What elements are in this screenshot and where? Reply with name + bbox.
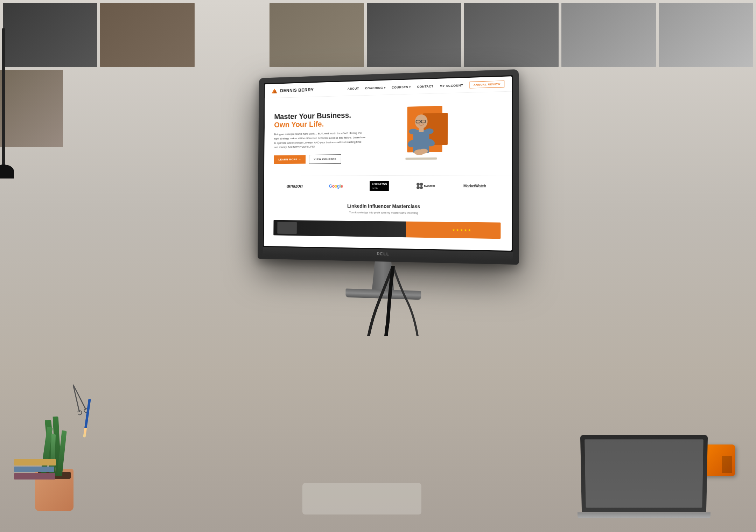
hero-title-line2: Own Your Life. — [274, 120, 324, 129]
view-courses-button[interactable]: VIEW COURSES — [309, 155, 341, 164]
photo-5 — [464, 3, 559, 67]
scene: DENNIS BERRY ABOUT COACHING COURSES CONT… — [0, 0, 756, 532]
section-title: LinkedIn Influencer Masterclass — [274, 203, 501, 210]
course-preview-orange: ★★★★★ — [424, 227, 500, 232]
course-thumbnail — [277, 222, 297, 234]
svg-rect-15 — [419, 128, 424, 132]
hero-title: Master Your Business. Own Your Life. — [274, 110, 380, 129]
course-preview-dark — [273, 220, 424, 238]
nav-about[interactable]: ABOUT — [348, 86, 359, 90]
photo-2 — [100, 3, 195, 67]
linkedin-section: LinkedIn Influencer Masterclass Turn kno… — [264, 196, 512, 219]
svg-rect-18 — [405, 158, 437, 160]
logos-section: amazon Google FOX NEWS media — [264, 175, 512, 197]
course-stars: ★★★★★ — [452, 228, 472, 232]
hero-section: Master Your Business. Own Your Life. Bei… — [264, 92, 512, 176]
nav-contact[interactable]: CONTACT — [417, 84, 434, 88]
photo-wall — [0, 0, 756, 70]
cables — [358, 266, 428, 337]
course-preview: ★★★★★ — [273, 220, 500, 239]
nav-links: ABOUT COACHING COURSES CONTACT MY ACCOUN… — [348, 80, 505, 92]
photo-3 — [270, 3, 364, 67]
keyboard — [302, 483, 421, 514]
logo-area: DENNIS BERRY — [271, 86, 314, 94]
monitor-screen: DENNIS BERRY ABOUT COACHING COURSES CONT… — [264, 76, 512, 251]
nav-coaching[interactable]: COACHING — [365, 86, 386, 90]
brand-fox: FOX NEWS media — [370, 181, 389, 191]
laptop — [581, 435, 710, 518]
section-subtitle: Turn knowledge into profit with my maste… — [274, 210, 501, 215]
screen-bezel: DENNIS BERRY ABOUT COACHING COURSES CONT… — [263, 75, 513, 252]
hero-image-area — [380, 104, 450, 168]
photo-6 — [561, 3, 656, 67]
person-image — [399, 111, 444, 168]
brand-amazon: amazon — [287, 183, 303, 189]
hero-description: Being an entrepreneur is hard work… BUT,… — [274, 131, 366, 150]
person-svg — [399, 111, 444, 168]
monitor-frame: DENNIS BERRY ABOUT COACHING COURSES CONT… — [258, 69, 519, 265]
svg-point-17 — [425, 128, 433, 134]
hero-buttons: LEARN MORE → VIEW COURSES — [274, 154, 380, 164]
learn-more-button[interactable]: LEARN MORE → — [274, 155, 306, 164]
logo-text: DENNIS BERRY — [280, 87, 314, 93]
cables-svg — [358, 266, 428, 336]
website-content: DENNIS BERRY ABOUT COACHING COURSES CONT… — [264, 76, 512, 251]
annual-review-button[interactable]: ANNUAL REVIEW — [470, 80, 505, 88]
logo-icon — [271, 88, 278, 94]
hero-title-line1: Master Your Business. — [274, 111, 351, 121]
nav-courses[interactable]: COURSES — [392, 85, 411, 89]
desk-lamp — [0, 28, 14, 238]
desk-books — [14, 459, 56, 479]
brand-master: MASTER — [416, 183, 435, 189]
dell-logo: DELL — [377, 251, 390, 256]
nav-my-account[interactable]: MY ACCOUNT — [440, 83, 463, 88]
brand-marketwatch: MarketWatch — [463, 184, 486, 188]
hero-content: Master Your Business. Own Your Life. Bei… — [274, 110, 380, 164]
brand-google: Google — [329, 183, 343, 189]
photo-4 — [367, 3, 461, 67]
photo-7 — [659, 3, 753, 67]
